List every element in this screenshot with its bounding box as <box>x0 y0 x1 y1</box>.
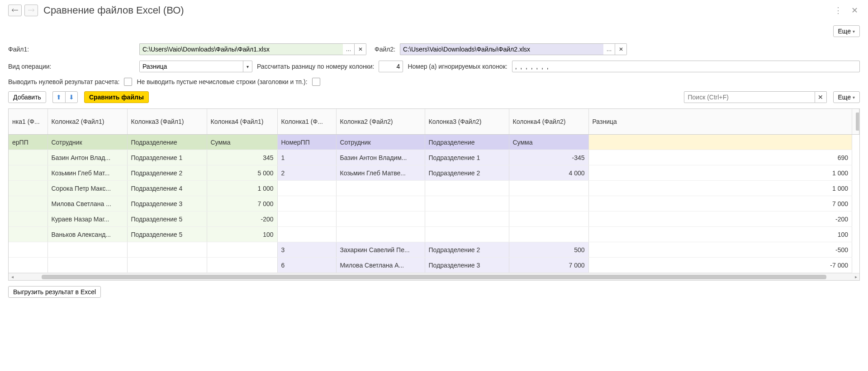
table-row[interactable]: 6Милова Светлана А...Подразделение 37 00… <box>9 258 859 273</box>
table-row[interactable]: Сорока Петр Макс...Подразделение 41 0001… <box>9 181 859 196</box>
export-excel-button[interactable]: Выгрузить результат в Excel <box>8 286 101 298</box>
move-up-button[interactable]: ⬆ <box>52 91 65 103</box>
nav-back-button[interactable]: 🡐 <box>8 5 22 16</box>
table-subheader-row: ерПП Сотрудник Подразделение Сумма Номер… <box>9 135 859 150</box>
operation-label: Вид операции: <box>8 63 135 70</box>
page-title: Сравнение файлов Excel (ВО) <box>43 5 827 16</box>
result-table: нка1 (Ф... Колонка2 (Файл1) Колонка3 (Фа… <box>8 108 860 281</box>
more-button-toolbar[interactable]: Еще ▾ <box>833 91 860 103</box>
chevron-down-icon[interactable]: ▾ <box>243 61 252 72</box>
close-icon[interactable]: ✕ <box>849 5 860 15</box>
table-row[interactable]: Базин Антон Влад...Подразделение 13451Ба… <box>9 150 859 165</box>
move-down-button[interactable]: ⬇ <box>65 91 78 103</box>
calc-column-input[interactable] <box>379 61 403 72</box>
scroll-right-icon[interactable]: ▸ <box>852 274 859 279</box>
calc-column-label: Рассчитать разницу по номеру колонки: <box>257 63 374 70</box>
table-row[interactable]: Милова Светлана ...Подразделение 37 0007… <box>9 196 859 211</box>
table-row[interactable]: 3Захаркин Савелий Пе...Подразделение 250… <box>9 242 859 258</box>
operation-select[interactable]: ▾ <box>139 61 252 72</box>
operation-value[interactable] <box>140 61 243 72</box>
kebab-menu-icon[interactable]: ⋮ <box>832 5 844 15</box>
chevron-down-icon: ▾ <box>853 95 855 100</box>
file2-clear-button[interactable]: ✕ <box>615 43 627 55</box>
column-header[interactable]: Колонка4 (Файл2) <box>509 109 588 135</box>
file1-input[interactable] <box>139 43 343 55</box>
file2-input[interactable] <box>400 43 603 55</box>
file1-label: Файл1: <box>8 46 135 53</box>
table-row[interactable]: Ваньков Александ...Подразделение 5100100 <box>9 227 859 242</box>
column-header[interactable]: Колонка3 (Файл1) <box>127 109 207 135</box>
column-header[interactable]: Колонка2 (Файл1) <box>47 109 127 135</box>
column-header[interactable]: Колонка4 (Файл1) <box>207 109 277 135</box>
table-row[interactable]: Козьмин Глеб Мат...Подразделение 25 0002… <box>9 165 859 181</box>
add-button[interactable]: Добавить <box>8 91 46 103</box>
chevron-down-icon: ▾ <box>853 29 855 34</box>
column-header[interactable]: Колонка3 (Файл2) <box>425 109 509 135</box>
skip-empty-checkbox[interactable] <box>312 78 320 86</box>
file1-browse-button[interactable]: … <box>343 43 355 55</box>
search-clear-button[interactable]: ✕ <box>815 91 827 103</box>
column-header[interactable]: Колонка2 (Файл2) <box>336 109 425 135</box>
scroll-left-icon[interactable]: ◂ <box>9 274 16 279</box>
ignore-columns-input[interactable] <box>512 61 860 72</box>
output-zero-checkbox[interactable] <box>124 78 132 86</box>
more-button-top[interactable]: Еще ▾ <box>833 25 860 37</box>
column-header[interactable]: нка1 (Ф... <box>9 109 47 135</box>
column-header[interactable]: Колонка1 (Ф... <box>277 109 336 135</box>
output-zero-label: Выводить нулевой результат расчета: <box>8 78 119 85</box>
file2-label: Файл2: <box>375 46 395 53</box>
table-header-row: нка1 (Ф... Колонка2 (Файл1) Колонка3 (Фа… <box>9 109 859 135</box>
ignore-columns-label: Номер (а) игнорируемых колонок: <box>408 63 507 70</box>
horizontal-scrollbar[interactable]: ◂ ▸ <box>9 273 859 280</box>
skip-empty-label: Не выводить пустые нечисловые строки (за… <box>137 78 307 85</box>
search-input[interactable] <box>684 91 815 103</box>
vertical-scrollbar[interactable] <box>852 109 859 135</box>
column-header[interactable]: Разница <box>588 109 852 135</box>
compare-files-button[interactable]: Сравнить файлы <box>84 91 149 103</box>
nav-forward-button[interactable]: 🡒 <box>24 5 38 16</box>
table-row[interactable]: Кураев Назар Маг...Подразделение 5-200-2… <box>9 211 859 227</box>
file2-browse-button[interactable]: … <box>603 43 615 55</box>
more-label: Еще <box>838 28 851 35</box>
file1-clear-button[interactable]: ✕ <box>355 43 366 55</box>
